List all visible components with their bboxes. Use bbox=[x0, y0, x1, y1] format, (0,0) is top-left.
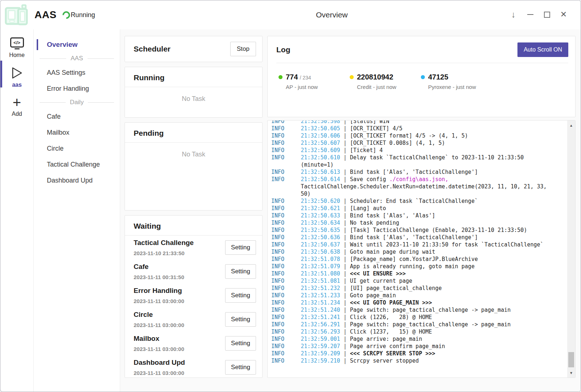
log-message: Bind task ['Alas', 'TacticalChallenge'] bbox=[350, 169, 478, 175]
log-timestamp: 21:32:50.613 bbox=[301, 169, 340, 175]
log-timestamp: 21:32:51.079 bbox=[301, 263, 340, 270]
maximize-icon bbox=[544, 12, 550, 18]
log-output-panel[interactable]: INFO 21:32:50.598 | [Status] WININFO 21:… bbox=[267, 120, 576, 378]
rail-item-home[interactable]: </> Home bbox=[0, 37, 33, 58]
download-update-button[interactable]: ↓ bbox=[505, 6, 522, 23]
log-timestamp: 21:32:50.610 bbox=[301, 154, 340, 161]
close-button[interactable]: ✕ bbox=[555, 6, 572, 23]
log-separator: | bbox=[340, 285, 350, 291]
maximize-button[interactable] bbox=[539, 6, 555, 23]
log-entry: INFO 21:32:50.605 | [OCR_TICKET] 4/5 bbox=[271, 125, 547, 132]
waiting-task-list: Tactical Challenge2023-11-10 21:33:50Set… bbox=[125, 236, 262, 379]
scrollbar-thumb[interactable] bbox=[568, 352, 574, 367]
log-message: [OCR_TICKET 0.008s] (4, 1, 5) bbox=[350, 140, 445, 146]
log-separator: | bbox=[340, 336, 350, 342]
log-level: INFO bbox=[271, 314, 301, 320]
log-timestamp: 21:32:56.293 bbox=[301, 328, 340, 335]
log-separator: | bbox=[340, 278, 350, 284]
log-message: <<< SCRCPY SERVER STOP >>> bbox=[350, 350, 435, 357]
log-message: Scheduler: End task `TacticalChallenge` bbox=[350, 198, 478, 204]
minimize-button[interactable] bbox=[522, 6, 539, 23]
stop-button[interactable]: Stop bbox=[230, 42, 256, 56]
log-entry: INFO 21:32:50.621 | [Lang] auto bbox=[271, 205, 547, 212]
stat-value: 220810942 bbox=[357, 73, 393, 81]
log-entry: INFO 21:32:50.636 | Bind task ['Alas', '… bbox=[271, 234, 547, 241]
log-separator: | bbox=[340, 120, 350, 124]
log-level: INFO bbox=[271, 120, 301, 124]
log-message: [UI] page_tactical_challenge bbox=[350, 285, 442, 291]
scroll-down-arrow-icon[interactable]: ▼ bbox=[567, 369, 575, 377]
log-timestamp: 21:32:50.620 bbox=[301, 198, 340, 204]
log-separator: | bbox=[340, 307, 350, 313]
nav-item-mailbox[interactable]: Mailbox bbox=[34, 126, 120, 140]
log-separator: | bbox=[340, 227, 350, 233]
task-setting-button[interactable]: Setting bbox=[225, 312, 256, 327]
log-message: Click (1226, 28) @ HOME bbox=[350, 314, 432, 320]
task-setting-button[interactable]: Setting bbox=[225, 264, 256, 279]
log-entry: INFO 21:32:50.633 | Bind task ['Alas', '… bbox=[271, 212, 547, 219]
log-separator: | bbox=[340, 147, 350, 154]
log-timestamp: 21:32:50.607 bbox=[301, 140, 340, 146]
log-entry: INFO 21:32:59.210 | Scrcpy server stoppe… bbox=[271, 357, 547, 364]
log-timestamp: 21:32:50.609 bbox=[301, 147, 340, 154]
nav-item-cafe[interactable]: Cafe bbox=[34, 110, 120, 124]
log-timestamp: 21:32:51.232 bbox=[301, 285, 340, 291]
log-separator: | bbox=[340, 314, 350, 320]
task-next-run-time: 2023-11-10 21:33:50 bbox=[134, 250, 194, 256]
log-separator: | bbox=[340, 270, 350, 277]
log-level: INFO bbox=[271, 205, 301, 212]
log-entry: INFO 21:32:51.233 | Goto page_main bbox=[271, 292, 547, 299]
divider bbox=[125, 87, 262, 87]
log-message: <<< UI GOTO PAGE_MAIN >>> bbox=[350, 299, 432, 306]
resource-stat: 47125Pyroxene - just now bbox=[421, 73, 492, 90]
log-message: [Status] WIN bbox=[350, 120, 389, 124]
resource-stat: 774/ 234AP - just now bbox=[279, 73, 350, 90]
waiting-task-row: Error Handling2023-11-11 03:00:00Setting bbox=[125, 283, 262, 307]
log-separator: | bbox=[340, 132, 350, 139]
log-entry: INFO 21:32:51.078 | [Package_name] com.Y… bbox=[271, 256, 547, 263]
task-name: Tactical Challenge bbox=[134, 239, 194, 247]
task-setting-button[interactable]: Setting bbox=[225, 360, 256, 375]
task-name: Dashboard Upd bbox=[134, 359, 185, 367]
waiting-task-info: Error Handling2023-11-11 03:00:00 bbox=[134, 287, 184, 304]
nav-item-dashboard-upd[interactable]: Dashboard Upd bbox=[34, 173, 120, 188]
log-message: Wait until 2023-11-10 21:33:50 for task … bbox=[350, 241, 544, 248]
log-message: No task pending bbox=[350, 220, 399, 226]
divider bbox=[276, 63, 568, 63]
task-setting-button[interactable]: Setting bbox=[225, 240, 256, 255]
log-message: Goto page_main bbox=[350, 292, 396, 299]
task-setting-button[interactable]: Setting bbox=[225, 288, 256, 303]
waiting-task-row: Tactical Challenge2023-11-10 21:33:50Set… bbox=[125, 236, 262, 260]
task-setting-button[interactable]: Setting bbox=[225, 336, 256, 351]
log-entry: INFO 21:32:59.209 | <<< SCRCPY SERVER ST… bbox=[271, 350, 547, 357]
log-scrollbar[interactable]: ▲ ▼ bbox=[567, 121, 575, 377]
nav-item-error-handling[interactable]: Error Handling bbox=[34, 82, 120, 96]
nav-item-circle[interactable]: Circle bbox=[34, 142, 120, 156]
waiting-task-info: Tactical Challenge2023-11-10 21:33:50 bbox=[134, 239, 194, 256]
waiting-task-row: Dashboard Upd2023-11-11 03:00:00Setting bbox=[125, 355, 262, 379]
log-level: INFO bbox=[271, 321, 301, 328]
log-level: INFO bbox=[271, 285, 301, 291]
nav-item-overview[interactable]: Overview bbox=[34, 37, 120, 52]
task-next-run-time: 2023-11-11 03:00:00 bbox=[134, 346, 184, 352]
auto-scroll-toggle-button[interactable]: Auto Scroll ON bbox=[517, 42, 568, 57]
rail-item-add[interactable]: + Add bbox=[0, 96, 33, 117]
nav-item-aas-settings[interactable]: AAS Settings bbox=[34, 66, 120, 80]
log-level: INFO bbox=[271, 234, 301, 241]
log-level: INFO bbox=[271, 241, 301, 248]
log-timestamp: 21:32:51.233 bbox=[301, 292, 340, 299]
log-timestamp: 21:32:50.606 bbox=[301, 132, 340, 139]
nav-item-tactical-challenge[interactable]: Tactical Challenge bbox=[34, 158, 120, 172]
log-level: INFO bbox=[271, 176, 301, 183]
log-level: INFO bbox=[271, 263, 301, 270]
scroll-up-arrow-icon[interactable]: ▲ bbox=[567, 121, 575, 129]
log-level: INFO bbox=[271, 292, 301, 299]
rail-item-aas[interactable]: aas bbox=[0, 66, 33, 88]
waiting-task-info: Circle2023-11-11 03:00:00 bbox=[134, 311, 184, 328]
running-spinner-icon bbox=[61, 9, 72, 20]
log-timestamp: 21:32:51.078 bbox=[301, 256, 340, 262]
log-level: INFO bbox=[271, 350, 301, 357]
log-message: ./config\aas.json, bbox=[389, 176, 448, 183]
log-separator: | bbox=[340, 299, 350, 306]
log-timestamp: 21:32:51.240 bbox=[301, 307, 340, 313]
